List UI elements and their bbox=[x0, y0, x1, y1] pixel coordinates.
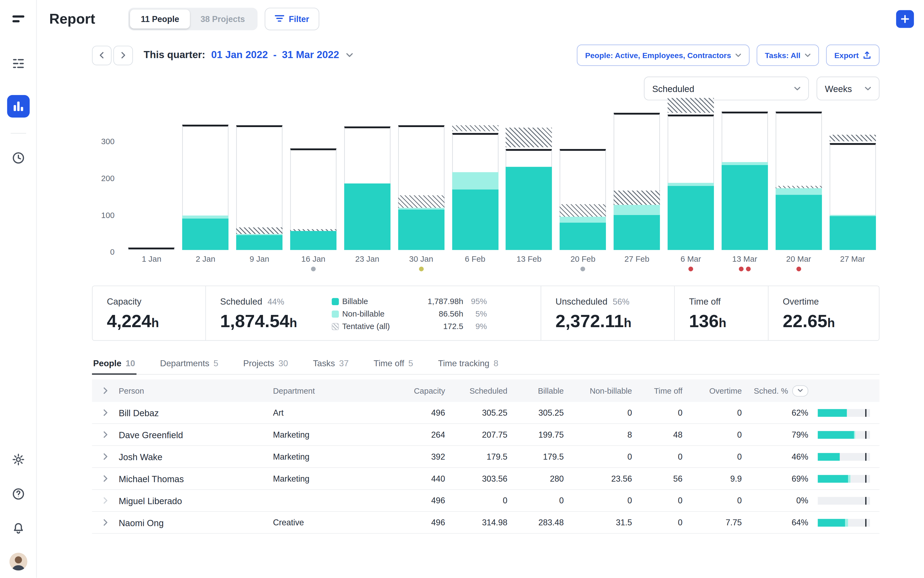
chart-bar-column[interactable]: 6 Mar bbox=[664, 107, 718, 274]
legend-value: 86.56h bbox=[411, 309, 463, 318]
table-row[interactable]: Josh WakeMarketing392179.5179.500046% bbox=[92, 446, 879, 468]
column-header-non-billable[interactable]: Non-billable bbox=[564, 386, 632, 395]
row-expand-toggle[interactable] bbox=[92, 519, 118, 526]
chart-bar[interactable] bbox=[668, 107, 714, 250]
week-marker-dots bbox=[340, 266, 394, 274]
app-logo-icon[interactable] bbox=[8, 10, 28, 29]
table-row[interactable]: Bill DebazArt496305.25305.2500062% bbox=[92, 402, 879, 424]
chart-bar[interactable] bbox=[829, 107, 876, 250]
tentative-segment bbox=[614, 191, 660, 205]
column-header-capacity[interactable]: Capacity bbox=[383, 386, 445, 395]
column-header-person[interactable]: Person bbox=[118, 386, 273, 395]
add-button[interactable] bbox=[896, 10, 914, 28]
expand-all-toggle[interactable] bbox=[92, 387, 118, 394]
date-range-picker[interactable]: 01 Jan 2022 - 31 Mar 2022 bbox=[211, 49, 353, 62]
person-name[interactable]: Michael Thomas bbox=[118, 474, 273, 484]
chart-bar[interactable] bbox=[452, 107, 498, 250]
row-expand-toggle[interactable] bbox=[92, 453, 118, 460]
tab-time-tracking[interactable]: Time tracking8 bbox=[437, 354, 500, 374]
time-tracking-nav-icon[interactable] bbox=[8, 148, 28, 168]
chart-bar[interactable] bbox=[722, 107, 768, 250]
next-period-button[interactable] bbox=[113, 45, 133, 65]
week-marker-dots bbox=[233, 266, 286, 274]
table-row[interactable]: Michael ThomasMarketing440303.5628023.56… bbox=[92, 468, 879, 490]
column-header-billable[interactable]: Billable bbox=[507, 386, 564, 395]
chart-bar[interactable] bbox=[614, 107, 660, 250]
column-header-sched-pct[interactable]: Sched. % bbox=[742, 385, 808, 396]
chart-bar-column[interactable]: 13 Mar bbox=[718, 107, 772, 274]
column-options-button[interactable] bbox=[792, 385, 808, 396]
column-header-department[interactable]: Department bbox=[273, 386, 383, 395]
tasks-filter-dropdown[interactable]: Tasks: All bbox=[757, 44, 819, 66]
chart-bar-column[interactable]: 27 Feb bbox=[610, 107, 664, 274]
table-row[interactable]: Miguel Liberado496000000% bbox=[92, 490, 879, 512]
chart-bar[interactable] bbox=[398, 107, 445, 250]
range-end-date[interactable]: 31 Mar 2022 bbox=[282, 49, 339, 62]
prev-period-button[interactable] bbox=[92, 45, 112, 65]
tab-people[interactable]: People10 bbox=[92, 354, 136, 374]
schedule-nav-icon[interactable] bbox=[8, 54, 28, 73]
column-header-time-off[interactable]: Time off bbox=[632, 386, 683, 395]
chart-bar-column[interactable]: 20 Mar bbox=[772, 107, 826, 274]
chart-bar-column[interactable]: 20 Feb bbox=[556, 107, 610, 274]
table-row[interactable]: Dave GreenfieldMarketing264207.75199.758… bbox=[92, 424, 879, 446]
filter-button[interactable]: Filter bbox=[265, 8, 319, 30]
tab-tasks[interactable]: Tasks37 bbox=[312, 354, 350, 374]
toggle-projects[interactable]: 38 Projects bbox=[190, 10, 256, 29]
chart-bar[interactable] bbox=[290, 107, 337, 250]
chevron-down-icon bbox=[794, 86, 801, 90]
chart-bar-column[interactable]: 9 Jan bbox=[233, 107, 286, 274]
chart-bar-column[interactable]: 27 Mar bbox=[825, 107, 879, 274]
sched-progress-bar bbox=[818, 409, 870, 416]
metric-dropdown[interactable]: Scheduled bbox=[644, 76, 809, 100]
notifications-bell-icon[interactable] bbox=[8, 518, 28, 538]
range-start-date[interactable]: 01 Jan 2022 bbox=[211, 49, 268, 62]
settings-gear-icon[interactable] bbox=[8, 449, 28, 469]
scheduled-card: Scheduled 44% 1,874.54h Billable1,787.98… bbox=[206, 286, 541, 340]
user-avatar[interactable] bbox=[9, 553, 27, 571]
cell-billable: 305.25 bbox=[507, 408, 564, 417]
person-name[interactable]: Dave Greenfield bbox=[118, 430, 273, 440]
week-marker-dots bbox=[394, 266, 448, 274]
chart-bar-column[interactable]: 13 Feb bbox=[502, 107, 556, 274]
chart-bar[interactable] bbox=[128, 107, 175, 250]
chart-bar[interactable] bbox=[344, 107, 390, 250]
export-button[interactable]: Export bbox=[826, 44, 879, 66]
interval-dropdown[interactable]: Weeks bbox=[817, 76, 879, 100]
cell-sched-pct: 46% bbox=[742, 452, 808, 461]
chart-bar[interactable] bbox=[775, 107, 822, 250]
table-row[interactable]: Naomi OngCreative496314.98283.4831.507.7… bbox=[92, 512, 879, 534]
tab-projects[interactable]: Projects30 bbox=[242, 354, 289, 374]
row-expand-toggle[interactable] bbox=[92, 409, 118, 416]
row-expand-toggle[interactable] bbox=[92, 475, 118, 482]
help-icon[interactable] bbox=[8, 484, 28, 504]
people-filter-dropdown[interactable]: People: Active, Employees, Contractors bbox=[577, 44, 749, 66]
chart-bar[interactable] bbox=[560, 107, 606, 250]
chart-bar[interactable] bbox=[236, 107, 283, 250]
chart-bar[interactable] bbox=[506, 107, 552, 250]
toggle-people[interactable]: 11 People bbox=[130, 10, 190, 29]
chart-bar-column[interactable]: 2 Jan bbox=[178, 107, 233, 274]
person-name[interactable]: Josh Wake bbox=[118, 451, 273, 461]
row-expand-toggle[interactable] bbox=[92, 431, 118, 438]
chart-bar[interactable] bbox=[182, 107, 229, 250]
x-axis-label: 2 Jan bbox=[178, 255, 233, 264]
person-name[interactable]: Bill Debaz bbox=[118, 408, 273, 417]
row-expand-toggle[interactable] bbox=[92, 497, 118, 504]
chart-bar-column[interactable]: 16 Jan bbox=[286, 107, 340, 274]
column-header-scheduled[interactable]: Scheduled bbox=[445, 386, 507, 395]
tab-time-off[interactable]: Time off5 bbox=[372, 354, 414, 374]
report-content: This quarter: 01 Jan 2022 - 31 Mar 2022 … bbox=[92, 44, 879, 534]
legend-item: Non-billable86.56h5% bbox=[332, 309, 487, 318]
column-header-overtime[interactable]: Overtime bbox=[683, 386, 742, 395]
reports-nav-icon-active[interactable] bbox=[7, 95, 29, 118]
people-projects-toggle: 11 People 38 Projects bbox=[128, 8, 257, 30]
billable-segment bbox=[722, 166, 768, 250]
chart-bar-column[interactable]: 1 Jan bbox=[125, 107, 178, 274]
chart-bar-column[interactable]: 30 Jan bbox=[394, 107, 448, 274]
chart-bar-column[interactable]: 23 Jan bbox=[340, 107, 394, 274]
chart-bar-column[interactable]: 6 Feb bbox=[448, 107, 502, 274]
person-name[interactable]: Naomi Ong bbox=[118, 518, 273, 528]
tab-departments[interactable]: Departments5 bbox=[159, 354, 219, 374]
person-name[interactable]: Miguel Liberado bbox=[118, 495, 273, 505]
